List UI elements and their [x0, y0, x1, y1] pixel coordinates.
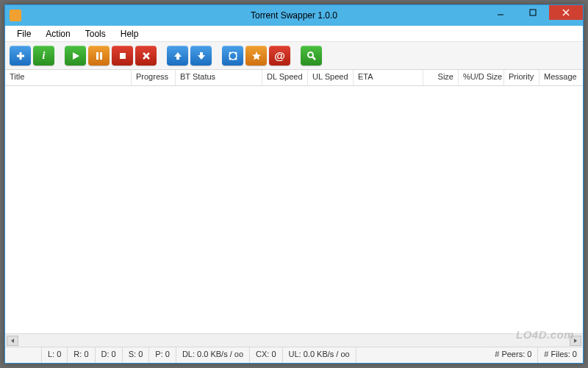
svg-point-16 [234, 52, 237, 54]
move-down-button[interactable] [190, 46, 212, 66]
status-spacer [5, 347, 42, 363]
add-button[interactable] [10, 46, 31, 66]
statusbar: L: 0 R: 0 D: 0 S: 0 P: 0 DL: 0.0 KB/s / … [5, 347, 583, 363]
minimize-button[interactable] [484, 5, 517, 20]
svg-marker-22 [11, 339, 14, 343]
search-button[interactable] [301, 46, 322, 66]
col-message[interactable]: Message [539, 70, 583, 85]
svg-point-15 [229, 52, 231, 54]
col-progress[interactable]: Progress [132, 70, 176, 85]
status-ul: UL: 0.0 KB/s / oo [283, 347, 356, 363]
col-eta[interactable]: ETA [354, 70, 423, 85]
arrow-down-icon [197, 52, 206, 60]
favorite-button[interactable] [245, 46, 267, 66]
dht-button[interactable] [222, 46, 243, 66]
stop-icon [118, 52, 127, 60]
svg-rect-1 [530, 10, 536, 15]
status-dl: DL: 0.0 KB/s / oo [176, 347, 250, 363]
scroll-left-button[interactable] [7, 336, 18, 346]
pause-icon [95, 52, 104, 60]
status-files: # Files: 0 [538, 347, 583, 363]
svg-rect-7 [96, 52, 98, 60]
svg-point-17 [229, 57, 231, 60]
info-button[interactable]: i [33, 46, 54, 66]
torrent-list[interactable] [5, 86, 583, 333]
remove-button[interactable] [135, 46, 157, 66]
window-controls [484, 5, 583, 20]
search-icon [306, 51, 317, 61]
col-dl-speed[interactable]: DL Speed [262, 70, 308, 85]
svg-marker-6 [73, 52, 79, 60]
star-icon [251, 51, 262, 61]
svg-point-20 [308, 52, 313, 57]
pause-button[interactable] [88, 46, 110, 66]
svg-line-21 [312, 57, 315, 60]
toolbar: i @ [5, 42, 583, 70]
col-size[interactable]: Size [423, 70, 459, 85]
menu-help[interactable]: Help [113, 27, 146, 40]
menu-file[interactable]: File [10, 27, 38, 40]
remove-icon [142, 52, 151, 60]
col-priority[interactable]: Priority [504, 70, 539, 85]
svg-rect-9 [120, 53, 126, 59]
status-d: D: 0 [96, 347, 123, 363]
status-cx: CX: 0 [250, 347, 283, 363]
scroll-right-button[interactable] [570, 336, 581, 346]
status-peers: # Peers: 0 [356, 347, 539, 363]
menu-tools[interactable]: Tools [78, 27, 113, 40]
arrow-up-icon [173, 52, 182, 60]
play-icon [71, 52, 80, 60]
add-icon [15, 51, 26, 61]
column-headers[interactable]: Title Progress BT Status DL Speed UL Spe… [5, 70, 583, 86]
status-l: L: 0 [42, 347, 68, 363]
status-p: P: 0 [149, 347, 176, 363]
svg-marker-23 [574, 339, 577, 343]
col-bt-status[interactable]: BT Status [176, 70, 262, 85]
horizontal-scrollbar[interactable] [5, 333, 583, 347]
maximize-button[interactable] [517, 5, 549, 20]
svg-point-18 [234, 57, 237, 60]
play-button[interactable] [65, 46, 86, 66]
svg-rect-8 [100, 52, 102, 60]
dht-icon [228, 51, 238, 61]
svg-marker-13 [198, 52, 205, 60]
status-r: R: 0 [68, 347, 95, 363]
info-icon: i [43, 50, 46, 62]
close-button[interactable] [549, 5, 583, 20]
app-window: Torrent Swapper 1.0.0 File Action Tools … [4, 4, 584, 364]
titlebar[interactable]: Torrent Swapper 1.0.0 [5, 5, 583, 26]
svg-marker-12 [174, 52, 182, 60]
app-icon [10, 10, 21, 21]
at-icon: @ [274, 49, 285, 62]
stop-button[interactable] [112, 46, 133, 66]
col-ud-size[interactable]: %U/D Size [459, 70, 504, 85]
svg-marker-19 [252, 52, 261, 60]
move-up-button[interactable] [167, 46, 188, 66]
menu-action[interactable]: Action [38, 27, 77, 40]
status-s: S: 0 [123, 347, 150, 363]
col-ul-speed[interactable]: UL Speed [308, 70, 354, 85]
at-button[interactable]: @ [269, 46, 290, 66]
menubar: File Action Tools Help [5, 26, 583, 42]
col-title[interactable]: Title [5, 70, 132, 85]
